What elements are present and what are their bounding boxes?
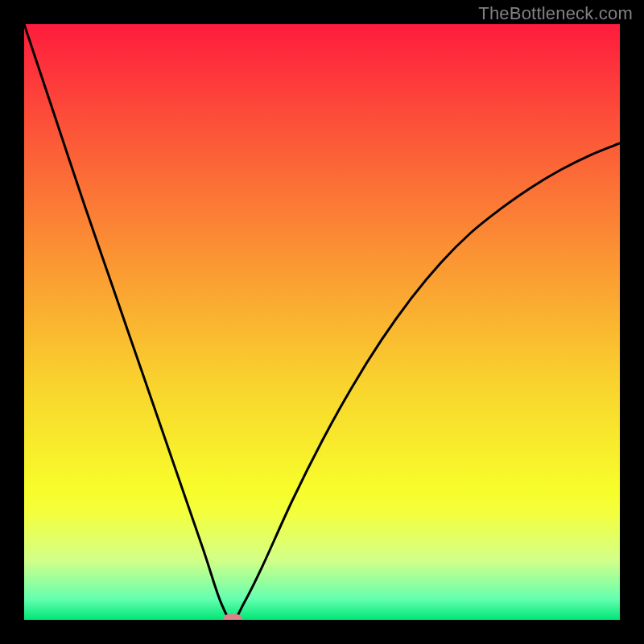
chart-frame: TheBottleneck.com [0, 0, 644, 644]
optimal-point-marker [223, 614, 242, 620]
plot-area [24, 24, 620, 620]
watermark-label: TheBottleneck.com [478, 3, 633, 24]
bottleneck-curve [24, 24, 620, 620]
